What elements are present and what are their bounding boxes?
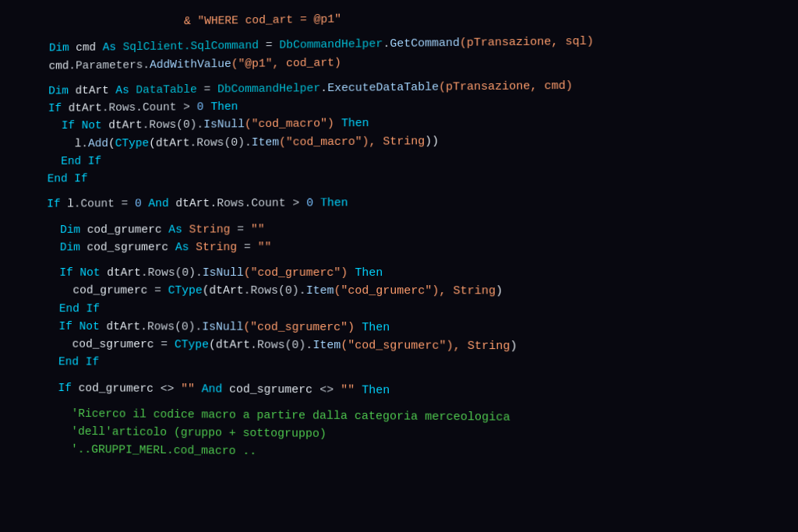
code-line: Dim cod_sgrumerc As String = "" <box>46 238 782 256</box>
code-line: cod_grumerc = CType(dtArt.Rows(0).Item("… <box>46 282 783 301</box>
code-line: End If <box>45 300 783 320</box>
code-line: If l.Count = 0 And dtArt.Rows.Count > 0 … <box>47 192 782 213</box>
code-line: Dim cod_grumerc As String = "" <box>47 219 782 238</box>
code-editor: & "WHERE cod_art = @p1" Dim cmd As SqlCl… <box>0 0 798 532</box>
code-line: If Not dtArt.Rows(0).IsNull("cod_grumerc… <box>46 264 783 283</box>
code-line <box>46 256 782 264</box>
code-content: & "WHERE cod_art = @p1" Dim cmd As SqlCl… <box>21 0 794 475</box>
